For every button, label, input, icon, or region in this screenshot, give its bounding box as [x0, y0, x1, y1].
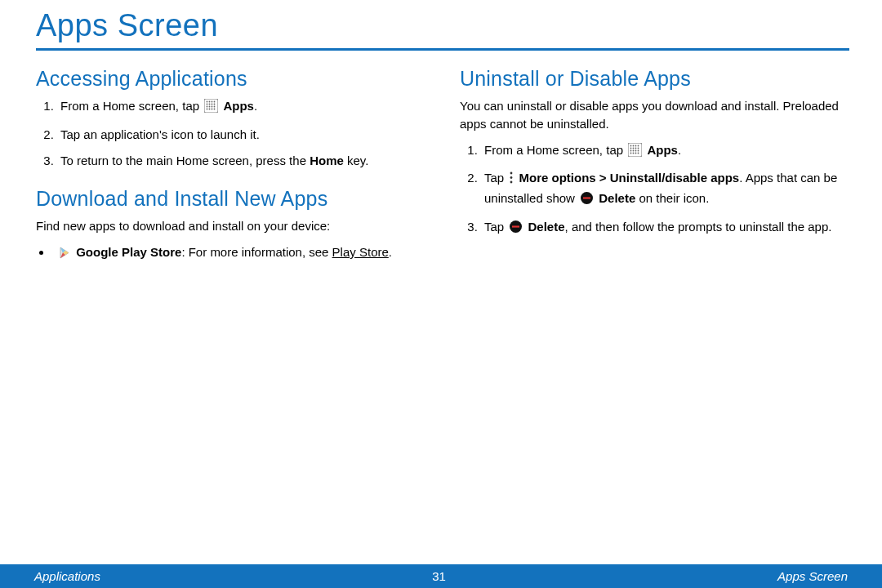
page-title: Apps Screen: [36, 8, 849, 51]
step-text: , and then follow the prompts to uninsta…: [565, 220, 832, 234]
svg-point-36: [635, 152, 637, 154]
apps-grid-icon: [628, 143, 642, 162]
play-store-icon: [59, 246, 71, 264]
svg-point-6: [209, 104, 211, 105]
svg-point-14: [209, 109, 211, 110]
svg-point-11: [212, 106, 213, 108]
delete-icon: [580, 191, 594, 210]
svg-rect-44: [512, 225, 519, 227]
step-bold-text: More options > Uninstall/disable apps: [519, 171, 740, 185]
svg-rect-21: [628, 143, 642, 157]
step-bold-text: Delete: [599, 191, 635, 205]
svg-point-7: [212, 104, 213, 105]
step-bold-text: Home: [310, 154, 344, 167]
svg-point-23: [633, 145, 635, 146]
svg-point-22: [630, 145, 632, 146]
svg-point-37: [638, 152, 639, 154]
svg-rect-42: [583, 197, 590, 198]
step-text: .: [254, 99, 257, 113]
step-bold-text: Apps: [647, 143, 678, 157]
content-columns: Accessing Applications From a Home scree…: [36, 64, 849, 270]
step-text: From a Home screen, tap: [60, 99, 203, 113]
svg-point-26: [630, 147, 632, 149]
svg-point-12: [214, 106, 216, 108]
left-column: Accessing Applications From a Home scree…: [36, 64, 425, 270]
svg-point-25: [638, 145, 639, 146]
svg-point-2: [209, 101, 211, 103]
step-text: From a Home screen, tap: [484, 143, 626, 157]
svg-point-24: [635, 145, 637, 146]
svg-point-32: [635, 149, 637, 151]
svg-point-5: [207, 104, 208, 105]
bullet-text: .: [389, 245, 392, 259]
heading-accessing-applications: Accessing Applications: [36, 67, 425, 91]
uninstall-intro-text: You can uninstall or disable apps you do…: [460, 97, 849, 133]
svg-point-9: [207, 106, 208, 108]
svg-point-8: [214, 104, 216, 105]
heading-uninstall-disable: Uninstall or Disable Apps: [460, 67, 849, 91]
step-text: key.: [344, 154, 369, 167]
svg-point-35: [633, 152, 635, 154]
document-page: Apps Screen Accessing Applications From …: [0, 0, 882, 588]
step-item: From a Home screen, tap Apps.: [57, 97, 425, 118]
uninstall-steps-list: From a Home screen, tap Apps. Tap More o…: [460, 141, 849, 238]
delete-icon: [509, 220, 523, 238]
svg-point-4: [214, 101, 216, 103]
download-bullet-list: Google Play Store: For more information,…: [36, 243, 425, 264]
svg-point-10: [209, 106, 211, 108]
step-text: .: [678, 143, 681, 157]
footer-page-number: 31: [100, 569, 777, 583]
svg-point-29: [638, 147, 639, 149]
svg-point-27: [633, 147, 635, 149]
more-options-icon: [509, 171, 514, 189]
right-column: Uninstall or Disable Apps You can uninst…: [460, 64, 849, 270]
svg-point-34: [630, 152, 632, 154]
svg-point-16: [214, 109, 216, 110]
play-store-link[interactable]: Play Store: [332, 245, 389, 259]
footer-left-text: Applications: [34, 569, 100, 583]
svg-point-15: [212, 109, 213, 110]
step-item: Tap Delete, and then follow the prompts …: [481, 218, 849, 238]
page-footer: Applications 31 Apps Screen: [0, 564, 882, 588]
download-intro-text: Find new apps to download and install on…: [36, 217, 425, 235]
svg-point-40: [510, 181, 513, 184]
accessing-steps-list: From a Home screen, tap Apps. Tap an app…: [36, 97, 425, 169]
footer-right-text: Apps Screen: [777, 569, 848, 583]
svg-point-28: [635, 147, 637, 149]
step-bold-text: Delete: [528, 220, 565, 234]
svg-point-3: [212, 101, 213, 103]
list-item: Google Play Store: For more information,…: [52, 243, 425, 264]
svg-point-1: [207, 101, 208, 103]
step-text: on their icon.: [635, 191, 709, 205]
step-item: To return to the main Home screen, press…: [57, 152, 425, 170]
bullet-bold-text: Google Play Store: [76, 245, 181, 259]
svg-rect-0: [204, 99, 218, 113]
step-item: From a Home screen, tap Apps.: [481, 141, 849, 162]
svg-point-13: [207, 109, 208, 110]
svg-point-33: [638, 149, 639, 151]
step-text: Tap: [484, 171, 507, 185]
svg-point-31: [633, 149, 635, 151]
step-bold-text: Apps: [223, 99, 254, 113]
svg-point-39: [510, 176, 513, 179]
svg-point-30: [630, 149, 632, 151]
apps-grid-icon: [204, 99, 218, 118]
heading-download-install: Download and Install New Apps: [36, 187, 425, 211]
step-text: To return to the main Home screen, press…: [60, 154, 310, 167]
step-item: Tap More options > Uninstall/disable app…: [481, 169, 849, 210]
svg-point-38: [510, 172, 513, 175]
step-text: Tap: [484, 220, 507, 234]
bullet-text: : For more information, see: [181, 245, 332, 259]
step-item: Tap an application's icon to launch it.: [57, 126, 425, 144]
